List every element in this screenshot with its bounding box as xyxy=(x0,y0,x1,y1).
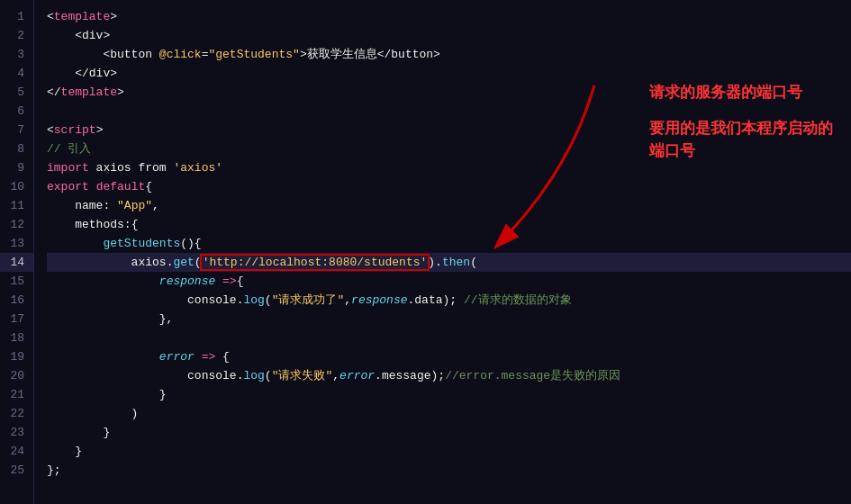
code-line-18 xyxy=(47,328,851,347)
line-num-9: 9 xyxy=(0,158,33,177)
code-line-2: <div> xyxy=(47,26,851,45)
code-line-12: methods:{ xyxy=(47,215,851,234)
code-line-16: console.log("请求成功了",response.data); //请求… xyxy=(47,291,851,310)
line-num-18: 18 xyxy=(0,328,33,347)
line-num-6: 6 xyxy=(0,102,33,121)
line-num-25: 25 xyxy=(0,461,33,480)
line-num-12: 12 xyxy=(0,215,33,234)
line-num-8: 8 xyxy=(0,140,33,158)
code-content: <template> <div> <button @click="getStud… xyxy=(34,0,851,504)
code-editor: 1 2 3 4 5 6 7 8 9 10 11 12 13 14 15 16 1… xyxy=(0,0,851,504)
line-num-19: 19 xyxy=(0,347,33,366)
code-line-17: }, xyxy=(47,310,851,328)
code-line-4: </div> xyxy=(47,64,851,83)
code-line-13: getStudents(){ xyxy=(47,234,851,253)
code-line-14: axios.get('http://localhost:8080/student… xyxy=(47,253,851,272)
code-line-6 xyxy=(47,102,851,121)
code-line-1: <template> xyxy=(47,7,851,26)
code-line-8: // 引入 xyxy=(47,140,851,158)
code-line-3: <button @click="getStudents">获取学生信息</but… xyxy=(47,45,851,64)
line-num-15: 15 xyxy=(0,272,33,291)
line-num-3: 3 xyxy=(0,45,33,64)
line-num-11: 11 xyxy=(0,196,33,215)
line-num-22: 22 xyxy=(0,404,33,423)
line-num-2: 2 xyxy=(0,26,33,45)
code-line-23: } xyxy=(47,423,851,442)
code-line-22: ) xyxy=(47,404,851,423)
code-line-20: console.log("请求失败",error.message);//erro… xyxy=(47,366,851,385)
line-numbers: 1 2 3 4 5 6 7 8 9 10 11 12 13 14 15 16 1… xyxy=(0,0,34,504)
code-line-5: </template> xyxy=(47,83,851,102)
code-line-9: import axios from 'axios' xyxy=(47,158,851,177)
code-line-7: <script> xyxy=(47,121,851,140)
line-num-10: 10 xyxy=(0,177,33,196)
line-num-24: 24 xyxy=(0,442,33,461)
line-num-20: 20 xyxy=(0,366,33,385)
line-num-16: 16 xyxy=(0,291,33,310)
url-highlight: 'http://localhost:8080/students' xyxy=(202,256,429,269)
code-line-15: response =>{ xyxy=(47,272,851,291)
code-line-10: export default{ xyxy=(47,177,851,196)
code-line-11: name: "App", xyxy=(47,196,851,215)
line-num-21: 21 xyxy=(0,385,33,404)
line-num-14: 14 xyxy=(0,253,33,272)
line-num-13: 13 xyxy=(0,234,33,253)
code-line-25: }; xyxy=(47,461,851,480)
line-num-17: 17 xyxy=(0,310,33,328)
code-line-24: } xyxy=(47,442,851,461)
line-num-5: 5 xyxy=(0,83,33,102)
line-num-23: 23 xyxy=(0,423,33,442)
code-line-19: error => { xyxy=(47,347,851,366)
line-num-4: 4 xyxy=(0,64,33,83)
line-num-7: 7 xyxy=(0,121,33,140)
line-num-1: 1 xyxy=(0,7,33,26)
code-line-21: } xyxy=(47,385,851,404)
